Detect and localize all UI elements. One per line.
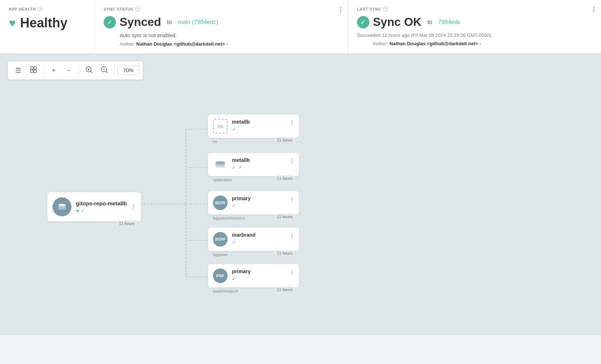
metallb-ns-time: 11 hours [274,137,295,143]
primary-ipap-body: primary ✓ [232,268,286,282]
sync-branch[interactable]: main (7984edc) [178,19,218,26]
marbrand-bgpp-check: ✓ [232,239,236,245]
ns-node-icon: ns [213,119,228,133]
primary-bgpa-badges: ✓ [232,203,286,209]
primary-bgpa-body: primary ✓ [232,195,286,209]
remove-node-button[interactable]: − [62,63,76,77]
source-node-icon [53,197,71,216]
last-sync-help-icon[interactable]: ? [383,7,388,12]
sync-status-menu[interactable] [340,7,341,12]
app-health-title: APP HEALTH ? [9,7,86,12]
last-sync-commit[interactable]: 7984edc [438,19,460,26]
svg-rect-17 [216,164,225,166]
list-icon: ☰ [15,66,21,74]
metallb-app-badges: ✓ ↗ [232,164,286,170]
grid-view-button[interactable] [27,63,40,77]
marbrand-bgpp-time: 11 hours [274,250,295,256]
last-sync-icon: ✓ [357,16,369,28]
app-health-help-icon[interactable]: ? [38,7,43,12]
svg-rect-13 [58,206,66,208]
subtract-icon: − [67,67,71,74]
app-health-status: ♥ Healthy [9,15,86,31]
toolbar-divider-3 [114,65,115,76]
sync-author-line: Author: Nathan Douglas <github@darkdell.… [120,41,339,47]
sync-auto-msg: Auto sync is not enabled. [120,32,339,38]
marbrand-bgpp-menu[interactable] [290,232,294,240]
status-bar: APP HEALTH ? ♥ Healthy SYNC STATUS ? ✓ S… [0,0,601,54]
primary-bgpa-menu[interactable] [290,195,294,203]
metallb-app-name: metallb [232,157,286,163]
sync-status-help-icon[interactable]: ? [135,7,140,12]
last-sync-author-line: Author: Nathan Douglas <github@darkdell.… [373,41,593,46]
last-sync-label: Sync OK [373,15,422,29]
svg-point-19 [216,161,225,164]
target-node-primary-ipap[interactable]: IPAP primary ✓ ipaddresspool 11 hours [208,264,299,287]
external-link-icon[interactable]: ↗ [238,165,242,170]
last-sync-to-label: to [427,19,432,26]
toolbar-divider-1 [43,65,44,76]
zoom-out-button[interactable] [97,63,111,77]
source-node-badges: ♥ ✓ [76,208,127,214]
metallb-ns-check: ✓ [232,126,236,132]
target-node-metallb-ns[interactable]: ns metallb ✓ ns 11 hours [208,115,299,138]
svg-point-15 [58,204,66,206]
last-sync-main: ✓ Sync OK to 7984edc [357,15,593,29]
toolbar: ☰ + − [7,61,143,80]
metallb-ns-body: metallb ✓ [232,119,286,132]
svg-rect-3 [34,70,36,73]
last-sync-section: LAST SYNC ? ✓ Sync OK to 7984edc Succeed… [348,0,601,53]
primary-ipap-check: ✓ [232,276,236,282]
target-node-metallb-app[interactable]: metallb ✓ ↗ application 11 hours [208,153,299,176]
primary-ipap-badges: ✓ [232,276,286,282]
primary-bgpa-label: bgpadvertisement [213,216,245,220]
primary-bgpa-time: 11 hours [274,214,295,220]
source-node-info: gitops-repo-metallb ♥ ✓ [76,200,127,214]
bgpp-circle-icon: BGPP [213,232,228,247]
zoom-out-icon [100,66,108,75]
metallb-ns-menu[interactable] [290,119,294,127]
svg-rect-2 [31,70,33,73]
app-health-section: APP HEALTH ? ♥ Healthy [0,0,95,53]
svg-rect-18 [216,166,225,167]
svg-rect-0 [31,67,33,69]
marbrand-bgpp-badges: ✓ [232,239,286,245]
app-node-icon [213,157,228,172]
source-heart-badge: ♥ [76,208,79,214]
primary-ipap-label: ipaddresspool [213,289,238,293]
toolbar-divider-2 [79,65,79,76]
target-node-primary-bgpa[interactable]: BGPA primary ✓ bgpadvertisement 11 hours [208,191,299,214]
metallb-app-body: metallb ✓ ↗ [232,157,286,170]
primary-bgpa-check: ✓ [232,203,236,209]
primary-ipap-menu[interactable] [290,268,294,276]
primary-ipap-name: primary [232,268,286,274]
add-node-button[interactable]: + [47,63,61,77]
target-node-marbrand-bgpp[interactable]: BGPP marbrand ✓ bgppeer 11 hours [208,228,299,251]
metallb-ns-name: metallb [232,119,286,125]
primary-ipap-time: 11 hours [274,287,295,293]
metallb-app-time: 11 hours [274,175,295,181]
last-sync-succeeded: Succeeded 11 hours ago (Fri Mar 08 2024 … [357,32,593,38]
source-node[interactable]: gitops-repo-metallb ♥ ✓ 11 hours [47,192,141,221]
metallb-ns-badges: ✓ [232,126,286,132]
list-view-button[interactable]: ☰ [11,63,25,77]
last-sync-title: LAST SYNC ? [357,7,593,12]
source-node-menu[interactable] [131,203,135,211]
metallb-app-check: ✓ [232,164,236,170]
flow-container: gitops-repo-metallb ♥ ✓ 11 hours ns meta… [29,91,594,328]
canvas-area[interactable]: ☰ + − [0,54,601,335]
metallb-app-menu[interactable] [290,157,294,165]
last-sync-menu[interactable] [593,7,594,12]
zoom-level: 70% [117,66,139,75]
svg-rect-1 [34,67,36,69]
sync-status-icon: ✓ [104,16,116,28]
metallb-app-label: application [213,178,232,182]
marbrand-bgpp-label: bgppeer [213,252,228,257]
svg-line-10 [106,71,108,73]
source-node-time: 11 hours [116,221,137,226]
svg-rect-14 [58,208,66,209]
primary-bgpa-name: primary [232,195,286,201]
sync-status-label: Synced [120,15,161,29]
zoom-in-icon [85,66,93,75]
source-node-name: gitops-repo-metallb [76,200,127,206]
zoom-in-button[interactable] [82,63,96,77]
